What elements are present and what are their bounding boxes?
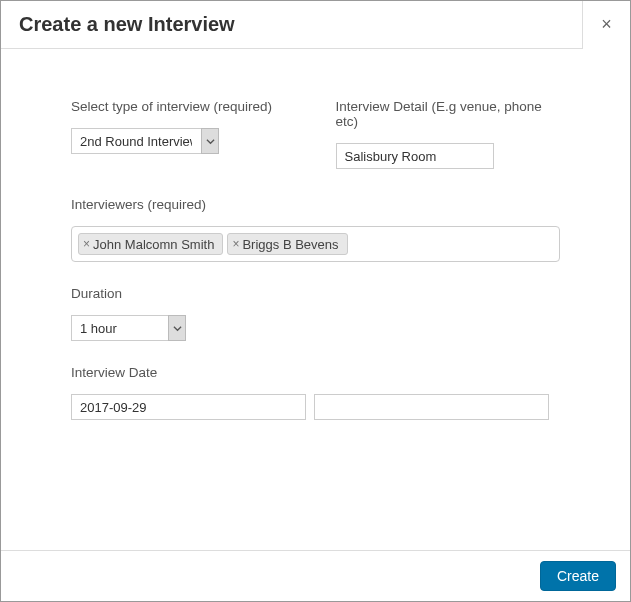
interviewer-tag: × Briggs B Bevens bbox=[227, 233, 347, 255]
modal-header: Create a new Interview × bbox=[1, 1, 630, 49]
interview-detail-label: Interview Detail (E.g venue, phone etc) bbox=[336, 99, 561, 129]
interviewers-label: Interviewers (required) bbox=[71, 197, 560, 212]
interview-date-input[interactable] bbox=[71, 394, 306, 420]
interviewer-tag: × John Malcomn Smith bbox=[78, 233, 223, 255]
interviewers-input[interactable]: × John Malcomn Smith × Briggs B Bevens bbox=[71, 226, 560, 262]
duration-label: Duration bbox=[71, 286, 560, 301]
interview-time-input[interactable] bbox=[314, 394, 549, 420]
interview-type-select[interactable]: 2nd Round Interview bbox=[71, 128, 219, 154]
duration-select[interactable]: 1 hour bbox=[71, 315, 186, 341]
tag-label: John Malcomn Smith bbox=[93, 237, 214, 252]
modal-title: Create a new Interview bbox=[19, 13, 235, 36]
close-icon: × bbox=[601, 14, 612, 35]
modal-footer: Create bbox=[1, 550, 630, 601]
tag-label: Briggs B Bevens bbox=[242, 237, 338, 252]
interview-date-label: Interview Date bbox=[71, 365, 560, 380]
modal-body: Select type of interview (required) 2nd … bbox=[1, 49, 630, 464]
remove-tag-icon[interactable]: × bbox=[83, 238, 90, 250]
create-button[interactable]: Create bbox=[540, 561, 616, 591]
close-button[interactable]: × bbox=[582, 1, 630, 49]
interview-type-label: Select type of interview (required) bbox=[71, 99, 296, 114]
remove-tag-icon[interactable]: × bbox=[232, 238, 239, 250]
interview-detail-input[interactable] bbox=[336, 143, 494, 169]
